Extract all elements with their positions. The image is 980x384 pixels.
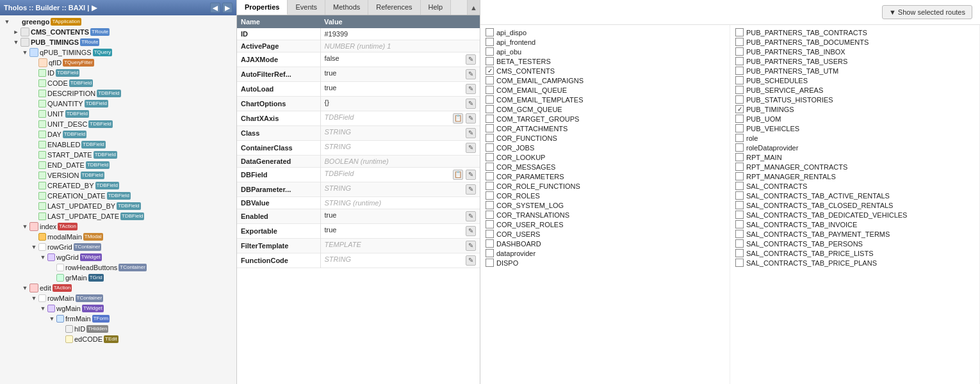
route-item-cor_jobs[interactable]: COR_JOBS (486, 143, 724, 152)
tree-item-greengo[interactable]: ▼ greengo TApplication (0, 17, 236, 27)
route-item-cor_translations[interactable]: COR_TRANSLATIONS (486, 210, 724, 220)
tab-properties[interactable]: Properties (237, 0, 288, 15)
route-checkbox[interactable] (735, 201, 744, 209)
route-checkbox[interactable] (735, 182, 744, 190)
route-checkbox[interactable] (486, 249, 494, 257)
route-checkbox[interactable] (735, 67, 744, 75)
tree-item-qfid[interactable]: qfID TQueryFilter (0, 58, 236, 68)
prop-value-cell[interactable]: true ✎ (320, 67, 480, 82)
route-checkbox[interactable] (486, 239, 494, 248)
prop-value-cell[interactable]: STRING ✎ (320, 126, 480, 141)
route-item-roledataprovider[interactable]: roleDataprovider (735, 143, 974, 152)
prop-value-cell[interactable]: BOOLEAN (runtime) (320, 156, 480, 168)
route-item-sal_contracts_tab_price_plans[interactable]: SAL_CONTRACTS_TAB_PRICE_PLANS (735, 258, 974, 268)
route-checkbox[interactable] (486, 124, 494, 132)
tab-methods[interactable]: Methods (325, 0, 368, 15)
prop-value-cell[interactable]: TDBField 📋✎ (320, 111, 480, 126)
prop-copy-btn[interactable]: 📋 (453, 170, 463, 180)
tab-scroll-button[interactable]: ▲ (467, 0, 480, 15)
tree-expander-row_head_buttons[interactable] (47, 263, 56, 272)
route-checkbox[interactable] (735, 86, 744, 94)
prop-edit-btn[interactable]: ✎ (466, 84, 476, 94)
tree-item-last_update_date_field[interactable]: LAST_UPDATE_DATE TDBField (0, 211, 236, 221)
route-item-dataprovider[interactable]: dataprovider (486, 248, 724, 258)
route-checkbox[interactable] (735, 115, 744, 123)
route-checkbox[interactable] (486, 230, 494, 238)
tree-expander-gr_main[interactable] (47, 273, 56, 282)
prop-value-cell[interactable]: STRING ✎ (320, 182, 480, 197)
prop-value-cell[interactable]: true ✎ (320, 224, 480, 239)
tree-expander-greengo[interactable]: ▼ (3, 17, 12, 26)
tree-expander-row_grid[interactable]: ▼ (29, 243, 38, 252)
tree-item-row_main[interactable]: ▼ rowMain TContainer (0, 293, 236, 303)
route-checkbox[interactable] (735, 230, 744, 238)
route-checkbox[interactable] (735, 38, 744, 46)
tree-item-description_field[interactable]: DESCRIPTION TDBField (0, 88, 236, 99)
route-item-pub_service_areas[interactable]: PUB_SERVICE_AREAS (735, 85, 974, 95)
route-item-com_gcm_queue[interactable]: COM_GCM_QUEUE (486, 104, 724, 114)
route-item-sal_contracts_tab_payment_terms[interactable]: SAL_CONTRACTS_TAB_PAYMENT_TERMS (735, 229, 974, 239)
tree-item-unit_desc_field[interactable]: UNIT_DESC TDBField (0, 119, 236, 129)
route-item-rpt_manager_contracts[interactable]: RPT_MANAGER_CONTRACTS (735, 162, 974, 172)
tree-item-day_field[interactable]: DAY TDBField (0, 129, 236, 140)
route-checkbox[interactable]: ✓ (486, 67, 494, 75)
route-item-cor_attachments[interactable]: COR_ATTACHMENTS (486, 124, 724, 133)
tree-expander-id_field[interactable] (29, 68, 38, 77)
route-checkbox[interactable] (735, 47, 744, 56)
tab-help[interactable]: Help (421, 0, 452, 15)
tree-item-wg_main[interactable]: ▼ wgMain TWidget (0, 303, 236, 314)
tree-expander-last_update_date_field[interactable] (29, 212, 38, 221)
route-item-sal_contracts_tab_active_rentals[interactable]: SAL_CONTRACTS_TAB_ACTIVE_RENTALS (735, 191, 974, 200)
tree-expander-h_id[interactable] (56, 324, 65, 333)
route-item-dashboard[interactable]: DASHBOARD (486, 239, 724, 248)
prop-value-cell[interactable]: {} ✎ (320, 97, 480, 111)
route-item-com_email_templates[interactable]: COM_EMAIL_TEMPLATES (486, 95, 724, 104)
route-checkbox[interactable] (486, 57, 494, 65)
route-item-pub_partners_tab_utm[interactable]: PUB_PARTNERS_TAB_UTM (735, 66, 974, 76)
tree-expander-quantity_field[interactable] (29, 99, 38, 108)
prop-value-cell[interactable]: TEMPLATE ✎ (320, 239, 480, 253)
tree-item-created_by_field[interactable]: CREATED_BY TDBField (0, 180, 236, 191)
tree-item-cms_contents[interactable]: ► CMS_CONTENTS TRoute (0, 27, 236, 37)
route-checkbox[interactable] (735, 57, 744, 65)
tree-item-enabled_field[interactable]: ENABLED TDBField (0, 140, 236, 150)
tree-expander-qfid[interactable] (29, 58, 38, 67)
route-checkbox[interactable] (486, 163, 494, 171)
tree-expander-unit_desc_field[interactable] (29, 120, 38, 129)
route-checkbox[interactable] (735, 163, 744, 171)
route-item-api_obu[interactable]: api_obu (486, 47, 724, 56)
route-item-pub_partners_tab_inbox[interactable]: PUB_PARTNERS_TAB_INBOX (735, 47, 974, 56)
route-checkbox[interactable] (735, 191, 744, 200)
route-item-api_frontend[interactable]: api_frontend (486, 37, 724, 47)
tree-item-start_date_field[interactable]: START_DATE TDBField (0, 150, 236, 160)
tree-expander-last_updated_by_field[interactable] (29, 202, 38, 211)
route-item-sal_contracts_tab_closed_rentals[interactable]: SAL_CONTRACTS_TAB_CLOSED_RENTALS (735, 200, 974, 210)
tab-references[interactable]: References (368, 0, 420, 15)
route-item-cor_roles[interactable]: COR_ROLES (486, 191, 724, 200)
route-item-pub_schedules[interactable]: PUB_SCHEDULES (735, 76, 974, 85)
route-checkbox[interactable] (735, 249, 744, 257)
tree-expander-enabled_field[interactable] (29, 140, 38, 149)
route-checkbox[interactable] (486, 95, 494, 104)
prop-edit-btn[interactable]: ✎ (466, 184, 476, 195)
route-checkbox[interactable] (486, 211, 494, 219)
tree-item-modal_main[interactable]: modalMain TModal (0, 232, 236, 242)
tree-expander-description_field[interactable] (29, 89, 38, 98)
route-item-pub_partners_tab_users[interactable]: PUB_PARTNERS_TAB_USERS (735, 56, 974, 66)
route-checkbox[interactable] (735, 124, 744, 132)
tree-expander-wg_grid[interactable]: ▼ (38, 253, 47, 262)
tree-expander-start_date_field[interactable] (29, 150, 38, 159)
tree-item-h_id[interactable]: hID THidden (0, 324, 236, 334)
route-checkbox[interactable] (735, 211, 744, 219)
tree-item-code_field[interactable]: CODE TDBField (0, 78, 236, 88)
prop-edit-btn[interactable]: ✎ (466, 170, 476, 180)
tree-nav-prev[interactable]: ◀ (210, 3, 220, 13)
route-item-cor_system_log[interactable]: COR_SYSTEM_LOG (486, 200, 724, 210)
tree-expander-frm_main[interactable]: ▼ (47, 314, 56, 323)
route-checkbox[interactable] (735, 76, 744, 84)
prop-copy-btn[interactable]: 📋 (453, 113, 463, 124)
tree-expander-wg_main[interactable]: ▼ (38, 304, 47, 313)
route-item-com_email_queue[interactable]: COM_EMAIL_QUEUE (486, 85, 724, 95)
route-checkbox[interactable] (486, 86, 494, 94)
tree-item-row_head_buttons[interactable]: rowHeadButtons TContainer (0, 262, 236, 273)
